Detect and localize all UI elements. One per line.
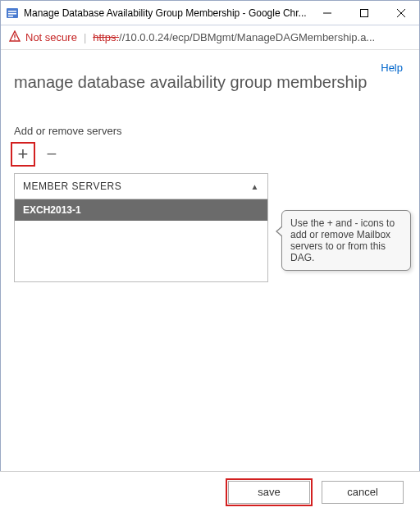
address-bar: Not secure | https: //10.0.0.24/ecp/DBMg… bbox=[1, 25, 419, 50]
save-button[interactable]: save bbox=[228, 481, 310, 504]
cancel-button[interactable]: cancel bbox=[322, 481, 404, 504]
page-title: manage database availability group membe… bbox=[14, 73, 406, 92]
list-item[interactable]: EXCH2013-1 bbox=[15, 199, 267, 221]
callout-text: Use the + and - icons to add or remove M… bbox=[290, 217, 395, 263]
svg-rect-5 bbox=[360, 9, 368, 16]
svg-rect-2 bbox=[8, 13, 16, 15]
content-area: Help manage database availability group … bbox=[1, 50, 419, 470]
section-label: Add or remove servers bbox=[14, 125, 406, 137]
list-body: EXCH2013-1 bbox=[15, 199, 267, 281]
help-link[interactable]: Help bbox=[381, 62, 403, 74]
dialog-footer: save cancel bbox=[0, 471, 420, 512]
add-server-button[interactable]: + bbox=[14, 145, 32, 163]
svg-rect-3 bbox=[8, 16, 13, 17]
list-header[interactable]: MEMBER SERVERS ▲ bbox=[15, 174, 267, 199]
minimize-button[interactable] bbox=[308, 1, 345, 25]
window-title: Manage Database Availability Group Membe… bbox=[24, 7, 308, 19]
window-controls bbox=[308, 1, 419, 25]
svg-rect-1 bbox=[8, 11, 16, 12]
svg-point-10 bbox=[14, 39, 16, 40]
remove-server-button[interactable]: − bbox=[43, 147, 60, 162]
server-toolbar: + − bbox=[14, 142, 406, 167]
sort-asc-icon: ▲ bbox=[251, 182, 259, 191]
url-path[interactable]: //10.0.0.24/ecp/DBMgmt/ManageDAGMembersh… bbox=[119, 31, 411, 43]
url-scheme: https: bbox=[93, 31, 119, 43]
warning-icon bbox=[9, 30, 21, 44]
close-button[interactable] bbox=[382, 1, 419, 25]
window-titlebar: Manage Database Availability Group Membe… bbox=[1, 1, 419, 25]
list-header-label: MEMBER SERVERS bbox=[23, 181, 121, 192]
callout-tooltip: Use the + and - icons to add or remove M… bbox=[281, 210, 411, 271]
not-secure-label[interactable]: Not secure bbox=[25, 31, 77, 43]
maximize-button[interactable] bbox=[345, 1, 382, 25]
address-separator: | bbox=[84, 31, 86, 43]
app-icon bbox=[6, 7, 19, 20]
member-servers-list: MEMBER SERVERS ▲ EXCH2013-1 bbox=[14, 173, 268, 282]
add-highlight: + bbox=[11, 142, 35, 167]
